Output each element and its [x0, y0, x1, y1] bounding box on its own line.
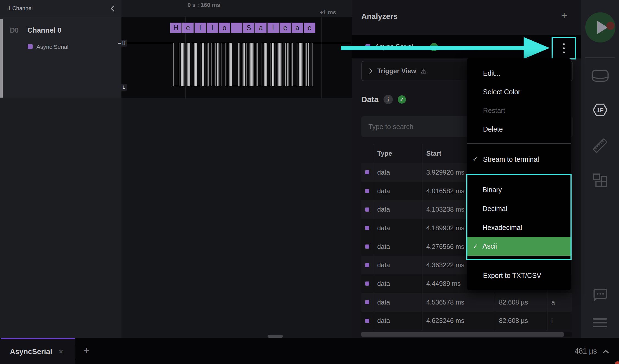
warning-icon: ⚠: [421, 67, 427, 75]
tab-label: AsyncSerial: [10, 348, 52, 356]
info-icon[interactable]: i: [384, 95, 393, 104]
analyzer-swatch[interactable]: [365, 44, 370, 49]
channel-scroll-indicator[interactable]: [0, 19, 3, 98]
table-cell: 82.608 µs: [495, 312, 547, 330]
analyzer-kebab-menu-button[interactable]: [552, 37, 576, 59]
analyzer-name: Async Serial: [375, 43, 413, 51]
check-icon: ✓: [473, 243, 478, 250]
sidebar-header: 1 Channel: [0, 0, 121, 17]
row-color-swatch: [365, 281, 369, 286]
tab-bar-divider: [75, 345, 75, 359]
measure-ruler-icon[interactable]: [592, 137, 608, 154]
hex-display-icon[interactable]: 1F: [592, 103, 608, 116]
tab-close-icon[interactable]: ×: [59, 348, 63, 356]
analyzer-color-swatch[interactable]: [28, 44, 33, 49]
analyzers-title: Analyzers: [361, 12, 397, 21]
table-cell: data: [373, 219, 422, 237]
table-cell: data: [373, 237, 422, 256]
canvas-empty-area: [121, 98, 352, 338]
table-cell: l: [547, 312, 572, 330]
menu-item-select-color[interactable]: Select Color: [467, 83, 571, 101]
high-level-label: H: [121, 40, 127, 47]
main-menu-icon[interactable]: [593, 318, 607, 327]
timeline-header[interactable]: [121, 0, 352, 17]
timeline-tick-secondary: +1 ms: [320, 9, 336, 16]
row-color-swatch: [365, 189, 369, 193]
radix-option-binary[interactable]: Binary: [467, 181, 570, 198]
digital-waveform[interactable]: [121, 17, 352, 98]
menu-divider: [467, 143, 571, 144]
table-cell: data: [373, 256, 422, 274]
active-tab-accent: [1, 338, 75, 339]
sidebar-empty-area: [0, 98, 121, 338]
table-hscroll-thumb[interactable]: [361, 332, 564, 337]
chevron-up-icon[interactable]: [603, 349, 609, 354]
play-icon: [597, 21, 608, 34]
menu-item-export[interactable]: Export to TXT/CSV: [467, 267, 571, 284]
add-tab-button[interactable]: +: [80, 343, 93, 357]
table-header-marker: [361, 144, 373, 163]
chat-feedback-icon[interactable]: [593, 288, 607, 303]
menu-item-stream-to-terminal[interactable]: ✓ Stream to terminal: [467, 150, 571, 168]
table-cell: data: [373, 274, 422, 293]
add-analyzer-button[interactable]: +: [558, 9, 570, 21]
low-level-label: L: [121, 84, 127, 91]
table-cell: data: [373, 200, 422, 219]
row-color-swatch: [365, 226, 369, 230]
radix-option-hexadecimal[interactable]: Hexadecimal: [467, 219, 570, 236]
row-color-swatch: [365, 207, 369, 212]
sidebar-collapse-icon[interactable]: [109, 5, 116, 12]
toolbar-divider: [585, 57, 615, 58]
analyzer-row-async-serial[interactable]: Async Serial ✓: [352, 35, 581, 58]
capture-duration-label: 481 µs: [575, 347, 597, 356]
table-cell: 4.536578 ms: [422, 293, 495, 312]
radix-options-group: BinaryDecimalHexadecimal✓Ascii: [466, 174, 572, 260]
table-row[interactable]: data4.536578 ms82.608 µsa: [361, 293, 572, 312]
channel-count-label: 1 Channel: [8, 5, 33, 12]
check-icon: ✓: [473, 156, 478, 163]
channel-panel[interactable]: D0 Channel 0 Async Serial: [0, 17, 121, 98]
channel-analyzer-label: Async Serial: [36, 44, 69, 50]
table-cell: data: [373, 182, 422, 200]
table-cell: 82.608 µs: [495, 293, 547, 312]
row-color-swatch: [365, 300, 369, 304]
radix-option-ascii[interactable]: ✓Ascii: [467, 237, 570, 256]
capture-play-button[interactable]: [585, 12, 615, 42]
data-ok-icon: ✓: [398, 95, 406, 104]
table-row[interactable]: data4.623246 ms82.608 µsl: [361, 312, 572, 330]
row-color-swatch: [365, 244, 369, 249]
data-title: Data: [361, 95, 379, 104]
table-cell: data: [373, 312, 422, 330]
device-icon[interactable]: [591, 69, 609, 82]
waveform-hscroll-thumb[interactable]: [268, 335, 283, 338]
row-color-swatch: [365, 170, 369, 174]
menu-item-edit[interactable]: Edit...: [467, 64, 571, 82]
table-cell: data: [373, 293, 422, 312]
chevron-right-icon: [369, 68, 373, 74]
table-cell: data: [373, 163, 422, 182]
record-dot-icon: [606, 22, 615, 30]
svg-text:1F: 1F: [597, 107, 604, 113]
logic-analyzer-app: 1 Channel D0 Channel 0 Async Serial 0 s …: [0, 0, 619, 364]
table-cell: a: [547, 293, 572, 312]
menu-item-delete[interactable]: Delete: [467, 120, 571, 138]
analyzer-context-menu: ✓ Stream to terminal BinaryDecimalHexade…: [467, 58, 571, 290]
table-column-header[interactable]: Type: [373, 144, 422, 163]
row-color-swatch: [365, 319, 369, 323]
row-color-swatch: [365, 263, 369, 267]
menu-item-restart: Restart: [467, 102, 571, 119]
timeline-tick-primary: 0 s : 160 ms: [188, 2, 220, 8]
radix-option-decimal[interactable]: Decimal: [467, 200, 570, 217]
trigger-view-label: Trigger View: [377, 67, 416, 75]
data-section-heading: Data i ✓: [361, 94, 406, 105]
tab-asyncserial[interactable]: AsyncSerial ×: [0, 339, 75, 364]
right-toolbar: 1F: [581, 0, 619, 338]
channel-name: Channel 0: [27, 26, 61, 35]
table-cell: 4.623246 ms: [422, 312, 495, 330]
analyzer-ok-icon: ✓: [430, 43, 438, 51]
layout-grid-icon[interactable]: [593, 173, 608, 188]
channel-id: D0: [10, 26, 19, 34]
